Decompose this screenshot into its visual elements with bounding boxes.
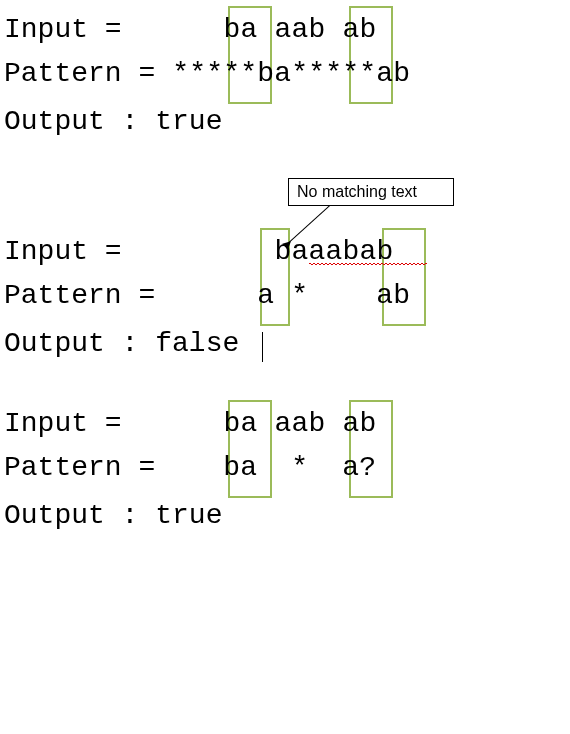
spacer-cell xyxy=(189,230,206,274)
output-label: Output : xyxy=(4,322,155,366)
output-value: true xyxy=(155,100,222,144)
example-1: Input = ba aab abPattern = *****ba*****a… xyxy=(4,8,566,144)
char-cell: * xyxy=(223,52,240,96)
callout-box: No matching text xyxy=(288,178,454,206)
char-cell: a xyxy=(274,8,291,52)
char-cell xyxy=(274,446,291,490)
char-cell: a xyxy=(291,8,308,52)
char-cell: b xyxy=(376,230,393,274)
spacer-cell xyxy=(189,274,206,318)
input-label: Input = xyxy=(4,402,138,446)
char-cell: b xyxy=(393,52,410,96)
char-cell: a xyxy=(376,52,393,96)
spacer-cell xyxy=(206,402,223,446)
char-cell: a xyxy=(359,230,376,274)
char-cell: b xyxy=(223,446,240,490)
output-label: Output : xyxy=(4,100,155,144)
char-cell: * xyxy=(240,52,257,96)
char-cell xyxy=(257,8,274,52)
pattern-row: Pattern = a * ab xyxy=(4,274,566,318)
char-cell: * xyxy=(325,52,342,96)
spacer-cell xyxy=(172,402,189,446)
spacer-cell xyxy=(155,8,172,52)
pattern-row: Pattern = *****ba*****ab xyxy=(4,52,566,96)
spacer-cell xyxy=(223,230,240,274)
example-3: Input = ba aab abPattern = ba * a?Output… xyxy=(4,402,566,538)
char-cell: a xyxy=(308,230,325,274)
char-cell xyxy=(359,274,376,318)
char-cell: b xyxy=(393,274,410,318)
char-cell: a xyxy=(257,274,274,318)
output-row: Output : true xyxy=(4,100,566,144)
char-cell xyxy=(325,402,342,446)
char-cell: * xyxy=(189,52,206,96)
char-cell: * xyxy=(359,52,376,96)
input-row: Input = baaabab xyxy=(4,230,566,274)
char-cell xyxy=(308,446,325,490)
spacer-cell xyxy=(138,230,155,274)
char-cell: a xyxy=(342,8,359,52)
char-cell xyxy=(257,446,274,490)
spacer-cell xyxy=(257,230,274,274)
output-row: Output : false xyxy=(4,322,566,366)
char-cell xyxy=(257,402,274,446)
spacer-cell xyxy=(223,274,240,318)
text-cursor xyxy=(262,332,263,362)
char-cell: a xyxy=(342,402,359,446)
char-cell: * xyxy=(291,52,308,96)
spacer-cell xyxy=(189,446,206,490)
char-cell: b xyxy=(223,402,240,446)
spacer-cell xyxy=(206,8,223,52)
input-label: Input = xyxy=(4,8,138,52)
pattern-label: Pattern = xyxy=(4,274,172,318)
char-cell: a xyxy=(274,402,291,446)
char-cell: b xyxy=(308,402,325,446)
spacer-cell xyxy=(138,402,155,446)
char-cell: a xyxy=(342,446,359,490)
spacer-cell xyxy=(155,230,172,274)
char-cell: * xyxy=(308,52,325,96)
char-cell: a xyxy=(274,52,291,96)
char-cell: a xyxy=(291,402,308,446)
pattern-label: Pattern = xyxy=(4,52,172,96)
char-cell: * xyxy=(172,52,189,96)
output-label: Output : xyxy=(4,494,155,538)
char-cell xyxy=(325,8,342,52)
spacer-cell xyxy=(172,8,189,52)
pattern-label: Pattern = xyxy=(4,446,172,490)
spacer-cell xyxy=(189,8,206,52)
char-cell: b xyxy=(342,230,359,274)
char-cell: b xyxy=(223,8,240,52)
char-cell xyxy=(342,274,359,318)
output-value: true xyxy=(155,494,222,538)
char-cell xyxy=(308,274,325,318)
char-cell: * xyxy=(291,274,308,318)
spacer-cell xyxy=(172,230,189,274)
spacer-cell xyxy=(206,274,223,318)
char-cell: * xyxy=(206,52,223,96)
spacer-cell xyxy=(172,274,189,318)
spacer-cell xyxy=(189,402,206,446)
spacer-cell xyxy=(155,402,172,446)
char-cell: a xyxy=(240,446,257,490)
pattern-row: Pattern = ba * a? xyxy=(4,446,566,490)
spacer-cell xyxy=(206,230,223,274)
input-row: Input = ba aab ab xyxy=(4,402,566,446)
output-value: false xyxy=(155,322,239,366)
input-row: Input = ba aab ab xyxy=(4,8,566,52)
char-cell: * xyxy=(342,52,359,96)
char-cell: b xyxy=(308,8,325,52)
spacer-cell xyxy=(138,8,155,52)
char-cell: ? xyxy=(359,446,376,490)
spacer-cell xyxy=(206,446,223,490)
char-cell: a xyxy=(325,230,342,274)
spacer-cell xyxy=(240,274,257,318)
char-cell: a xyxy=(376,274,393,318)
char-cell: b xyxy=(274,230,291,274)
char-cell xyxy=(325,274,342,318)
char-cell: b xyxy=(257,52,274,96)
char-cell xyxy=(274,274,291,318)
example-2: No matching textInput = baaababPattern =… xyxy=(4,180,566,366)
spacer-cell xyxy=(240,230,257,274)
char-cell: * xyxy=(291,446,308,490)
